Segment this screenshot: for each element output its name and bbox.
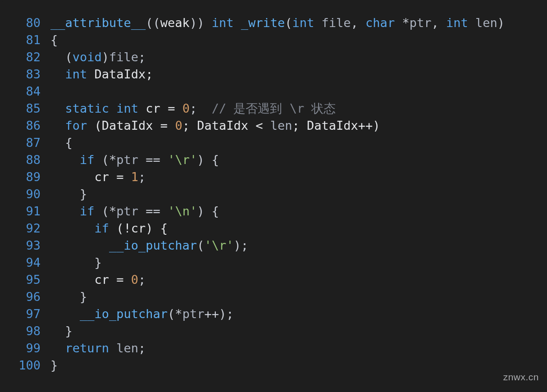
code-token: if — [80, 153, 95, 167]
code-token — [50, 221, 95, 235]
line-number: 85 — [9, 100, 50, 117]
code-token: ptr — [116, 204, 138, 218]
code-token: (* — [168, 307, 182, 321]
code-token — [50, 204, 80, 218]
code-token: _write — [241, 16, 285, 30]
code-token: if — [80, 204, 95, 218]
line-number: 83 — [9, 66, 50, 83]
code-line: 96 } — [9, 288, 533, 305]
code-token: } — [50, 255, 102, 269]
code-token — [109, 341, 116, 355]
code-token: ( — [285, 16, 292, 30]
code-token: * — [395, 16, 410, 30]
code-token: int — [292, 16, 315, 30]
line-number: 94 — [9, 254, 50, 271]
code-token: , — [431, 16, 446, 30]
code-token — [468, 16, 475, 30]
code-line: 95 cr = 0; — [9, 271, 533, 288]
code-token: 0 — [175, 119, 182, 132]
code-lines-container: 80__attribute__((weak)) int _write(int f… — [9, 14, 533, 374]
code-token: '\r' — [204, 238, 233, 252]
code-token: '\r' — [168, 153, 197, 167]
code-token: ); — [233, 238, 248, 252]
code-line: 88 if (*ptr == '\r') { — [9, 151, 533, 169]
code-token: ; DataIdx++) — [292, 119, 380, 132]
code-token: (* — [95, 153, 117, 167]
code-token: cr = — [138, 101, 182, 115]
line-number: 90 — [9, 186, 50, 203]
code-token: { — [50, 136, 73, 150]
code-line: 87 { — [9, 134, 533, 151]
code-token: len — [475, 16, 497, 30]
code-token: len — [116, 341, 138, 355]
code-token: == — [138, 153, 168, 167]
code-token: ( — [50, 50, 73, 64]
code-token: ) { — [197, 153, 219, 167]
code-token: int — [65, 67, 87, 81]
code-token: ++); — [204, 307, 233, 321]
code-token: '\n' — [168, 204, 197, 218]
line-number: 80 — [9, 14, 50, 32]
code-token — [109, 101, 116, 115]
code-token: )) — [190, 16, 212, 30]
code-token — [50, 119, 65, 132]
line-number: 81 — [9, 32, 50, 49]
code-token: } — [50, 290, 87, 304]
code-line: 91 if (*ptr == '\n') { — [9, 203, 533, 220]
code-line: 86 for (DataIdx = 0; DataIdx < len; Data… — [9, 117, 533, 134]
code-line: 89 cr = 1; — [9, 169, 533, 186]
code-token: ; — [138, 170, 146, 184]
line-number: 98 — [9, 323, 50, 340]
code-line: 80__attribute__((weak)) int _write(int f… — [9, 14, 533, 32]
code-token — [233, 16, 241, 30]
code-token: DataIdx; — [87, 67, 153, 81]
code-line: 97 __io_putchar(*ptr++); — [9, 305, 533, 323]
code-token: weak — [160, 16, 190, 30]
code-token: , — [351, 16, 366, 30]
code-token: len — [270, 119, 292, 132]
code-token: (( — [146, 16, 160, 30]
code-line: 92 if (!cr) { — [9, 220, 533, 237]
line-number: 100 — [9, 357, 50, 374]
code-token — [50, 307, 80, 321]
code-token — [314, 16, 321, 30]
code-line: 81{ — [9, 32, 533, 49]
line-number: 97 — [9, 305, 50, 323]
code-token: int — [116, 101, 138, 115]
code-token: char — [365, 16, 395, 30]
code-token: (* — [95, 204, 117, 218]
code-token: 1 — [131, 170, 138, 184]
code-token: ; — [138, 341, 146, 355]
code-token — [50, 238, 109, 252]
watermark-label: znwx.cn — [503, 369, 539, 386]
line-number: 91 — [9, 203, 50, 220]
code-token — [50, 67, 65, 81]
code-line: 94 } — [9, 254, 533, 271]
code-token: } — [50, 187, 87, 201]
code-line: 85 static int cr = 0; // 是否遇到 \r 状态 — [9, 100, 533, 117]
code-token: // 是否遇到 \r 状态 — [212, 101, 336, 115]
code-token — [50, 101, 65, 115]
code-token: int — [446, 16, 468, 30]
code-token: } — [50, 358, 58, 372]
line-number: 99 — [9, 340, 50, 357]
code-line: 84 — [9, 83, 533, 100]
code-token: (!cr) { — [109, 221, 168, 235]
code-line: 93 __io_putchar('\r'); — [9, 237, 533, 254]
code-token: static — [65, 101, 109, 115]
code-token: ) { — [197, 204, 219, 218]
code-token: file — [322, 16, 351, 30]
code-line: 99 return len; — [9, 340, 533, 357]
code-token: (DataIdx = — [87, 119, 175, 132]
line-number: 82 — [9, 49, 50, 66]
line-number: 87 — [9, 134, 50, 151]
code-line: 90 } — [9, 186, 533, 203]
code-token: { — [50, 33, 58, 47]
line-number: 86 — [9, 117, 50, 134]
code-token: cr = — [50, 273, 131, 287]
code-token: ) — [497, 16, 505, 30]
code-token: if — [95, 221, 109, 235]
code-token: ; — [138, 273, 146, 287]
line-number: 88 — [9, 151, 50, 169]
code-token: ) — [102, 50, 109, 64]
